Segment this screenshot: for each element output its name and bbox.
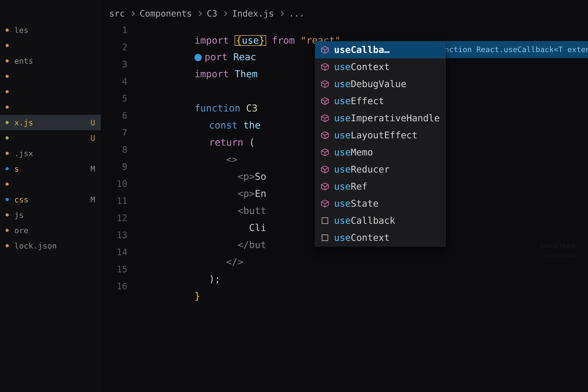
code-area[interactable]: 1 import {use} from "react" 2 port Reac …	[101, 26, 588, 299]
suggest-item-label: useRef	[334, 182, 440, 191]
code-line[interactable]: 16 }	[101, 282, 588, 299]
chevron-right-icon	[222, 11, 227, 16]
git-status-badge: U	[90, 134, 95, 142]
suggest-item-label: useMemo	[334, 148, 440, 157]
line-number: 7	[101, 128, 137, 137]
file-status-dot	[6, 90, 9, 93]
suggest-item[interactable]: useCallba…	[315, 41, 445, 58]
explorer-item[interactable]	[0, 84, 101, 100]
suggest-item-label: useContext	[334, 233, 440, 242]
method-icon	[321, 148, 329, 156]
method-icon	[321, 182, 329, 190]
code-line[interactable]: 14 </>	[101, 248, 588, 265]
explorer-item[interactable]: lock.json	[0, 238, 101, 254]
suggest-item[interactable]: useDebugValue	[315, 76, 445, 92]
git-status-badge: M	[90, 164, 95, 173]
chevron-right-icon	[279, 11, 284, 16]
breadcrumb-item[interactable]: ...	[289, 8, 304, 18]
identifier: Them	[235, 68, 258, 80]
minimap-line: useCallback	[520, 241, 576, 251]
line-number: 11	[101, 196, 137, 206]
method-icon	[321, 80, 329, 88]
method-icon	[321, 63, 329, 71]
explorer-item[interactable]: ents	[0, 53, 101, 68]
file-status-dot	[6, 106, 9, 109]
explorer-item[interactable]: ore	[0, 222, 101, 238]
suggest-item-label: useEffect	[334, 96, 440, 106]
explorer-item-label: css	[14, 195, 88, 204]
intellisense-popup[interactable]: useCallba…useContextuseDebugValueuseEffe…	[315, 41, 446, 246]
breadcrumb-item[interactable]: Index.js	[232, 8, 274, 18]
suggest-item-label: useReducer	[334, 165, 440, 174]
suggest-item[interactable]: useImperativeHandle	[315, 110, 445, 127]
file-status-dot	[6, 167, 9, 170]
file-status-dot	[6, 44, 9, 47]
minimap-line: useContext	[520, 251, 576, 260]
suggest-item-label: useCallba…	[334, 45, 440, 54]
minimap[interactable]: useCallbackuseContext	[520, 241, 576, 260]
snippet-icon	[321, 216, 329, 225]
breadcrumb[interactable]: src Components C3 Index.js ...	[101, 4, 588, 26]
explorer-item-label: les	[14, 26, 95, 35]
suggest-item[interactable]: useReducer	[315, 161, 445, 178]
git-status-badge: U	[90, 118, 95, 127]
line-number: 12	[101, 214, 137, 222]
file-status-dot	[6, 75, 9, 78]
code-line[interactable]: 15 );	[101, 265, 588, 282]
suggest-item[interactable]: useLayoutEffect	[315, 127, 445, 144]
line-number: 14	[101, 248, 137, 256]
brace-close: }	[194, 290, 200, 302]
suggest-item[interactable]: useContext	[315, 229, 445, 246]
suggest-item[interactable]: useEffect	[315, 92, 445, 110]
line-number: 4	[101, 77, 137, 86]
line-number: 9	[101, 162, 137, 171]
chevron-right-icon	[130, 11, 135, 16]
explorer-item[interactable]	[0, 100, 101, 115]
file-status-dot	[6, 244, 9, 247]
suggest-item-label: useDebugValue	[334, 80, 440, 88]
app-root: lesentsx.jsUU.jsxsMcssMjsorelock.json sr…	[0, 0, 588, 392]
suggest-item[interactable]: useRef	[315, 178, 445, 195]
suggest-item-label: useContext	[334, 62, 440, 72]
keyword-import: import	[194, 68, 229, 80]
file-status-dot	[6, 121, 9, 124]
method-icon	[321, 97, 329, 105]
file-status-dot	[6, 198, 9, 201]
file-status-dot	[6, 152, 9, 155]
breadcrumb-item[interactable]: src	[109, 8, 125, 18]
explorer-item[interactable]: x.jsU	[0, 115, 101, 130]
line-number: 16	[101, 282, 137, 291]
explorer-item[interactable]	[0, 38, 101, 53]
explorer-item[interactable]: sM	[0, 161, 101, 176]
code-line[interactable]: 1 import {use} from "react"	[101, 26, 588, 43]
explorer-item[interactable]: cssM	[0, 192, 101, 207]
line-number: 1	[101, 26, 137, 34]
breadcrumb-item[interactable]: C3	[207, 8, 217, 18]
suggest-item[interactable]: useCallback	[315, 212, 445, 229]
suggest-item[interactable]: useState	[315, 195, 445, 212]
file-status-dot	[6, 136, 9, 140]
method-icon	[321, 165, 329, 174]
explorer-item-label: .jsx	[14, 149, 95, 158]
explorer-item[interactable]	[0, 176, 101, 192]
explorer-item-label: ore	[14, 226, 95, 235]
suggest-item[interactable]: useContext	[315, 58, 445, 76]
file-status-dot	[6, 59, 9, 62]
breadcrumb-item[interactable]: Components	[140, 8, 192, 18]
explorer-item[interactable]: les	[0, 22, 101, 38]
line-number: 15	[101, 265, 137, 274]
chevron-right-icon	[197, 11, 202, 16]
line-number: 10	[101, 179, 137, 188]
explorer-item[interactable]: .jsx	[0, 146, 101, 161]
snippet-icon	[321, 234, 329, 242]
suggest-item-label: useCallback	[334, 216, 440, 225]
git-status-badge: M	[90, 195, 95, 204]
line-number: 5	[101, 94, 137, 103]
method-icon	[321, 114, 329, 122]
explorer-item[interactable]: U	[0, 130, 101, 146]
explorer-item[interactable]: js	[0, 207, 101, 222]
method-icon	[321, 200, 329, 208]
explorer-item[interactable]	[0, 68, 101, 84]
method-icon	[321, 46, 329, 54]
suggest-item[interactable]: useMemo	[315, 144, 445, 161]
